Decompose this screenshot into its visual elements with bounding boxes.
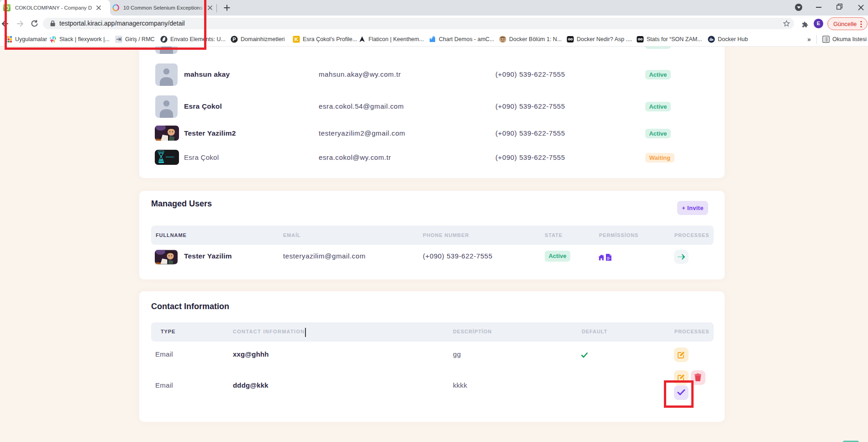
svg-text:P: P — [232, 37, 236, 42]
svg-text:K: K — [295, 37, 299, 42]
